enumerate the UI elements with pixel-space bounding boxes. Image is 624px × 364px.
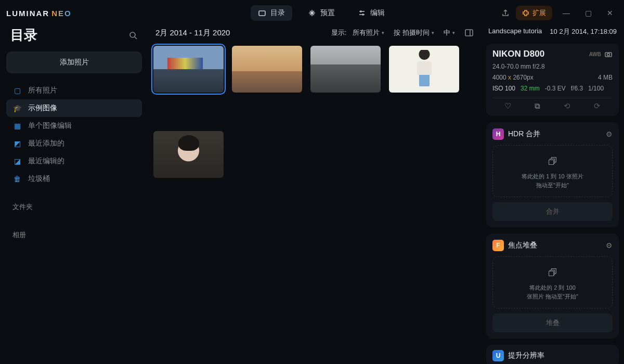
show-label: 显示: <box>331 28 347 37</box>
tab-catalog[interactable]: 目录 <box>251 5 292 21</box>
recent-edited-icon: ◪ <box>12 157 22 166</box>
images-icon: 🗇 <box>498 266 607 280</box>
add-photos-button[interactable]: 添加照片 <box>6 51 142 73</box>
sidebar-title: 目录 <box>10 26 37 44</box>
focus-stack-panel: F 焦点堆叠 ⚙ 🗇 将此处的 2 到 100 张照片 拖动至"开始" 堆叠 <box>486 233 619 339</box>
gear-icon[interactable]: ⚙ <box>606 130 613 138</box>
sidebar-item-single-edits[interactable]: ▦ 单个图像编辑 <box>6 117 142 135</box>
window-maximize[interactable]: ▢ <box>580 9 596 17</box>
info-panel-toggle-icon[interactable] <box>464 28 474 37</box>
window-minimize[interactable]: ― <box>558 9 574 17</box>
svg-point-4 <box>607 54 610 56</box>
sidebar-item-all-photos[interactable]: ▢ 所有照片 <box>6 82 142 99</box>
thumbnail[interactable] <box>153 131 224 178</box>
hdr-merge-panel: H HDR 合并 ⚙ 🗇 将此处的 1 到 10 张照片 拖动至"开始" 合并 <box>486 122 619 227</box>
sidebar-item-label: 所有照片 <box>28 86 57 95</box>
focus-stack-button[interactable]: 堆叠 <box>492 314 613 332</box>
sliders-icon <box>358 9 366 17</box>
copy-icon[interactable]: ⧉ <box>535 101 540 111</box>
info-datetime: 10 2月 2014, 17:18:09 <box>550 27 617 36</box>
white-balance: AWB <box>589 51 601 57</box>
rotate-left-icon[interactable]: ⟲ <box>564 101 570 111</box>
svg-point-1 <box>130 32 135 37</box>
sidebar-item-sample-images[interactable]: 🎓 示例图像 <box>6 99 142 117</box>
sort-dropdown[interactable]: 按 拍摄时间▾ <box>391 27 437 38</box>
sidebar-item-trash[interactable]: 🗑 垃圾桶 <box>6 170 142 188</box>
sidebar-item-recently-edited[interactable]: ◪ 最近编辑的 <box>6 152 142 170</box>
exposure-row: ISO 100 32 mm -0.3 EV f/6.3 1/100 <box>492 85 613 92</box>
thumbnail-grid <box>152 46 477 178</box>
ext-title: HDR 合并 <box>508 129 540 139</box>
folders-section-label[interactable]: 文件夹 <box>6 188 142 216</box>
file-size: 4 MB <box>598 74 613 81</box>
focus-badge-icon: F <box>492 240 504 251</box>
trash-icon: 🗑 <box>12 174 22 184</box>
svg-rect-0 <box>259 11 265 16</box>
puzzle-icon <box>522 9 529 17</box>
sidebar-item-label: 单个图像编辑 <box>28 121 72 131</box>
show-filter-dropdown[interactable]: 所有照片▾ <box>349 27 387 38</box>
thumbnail[interactable] <box>232 46 302 93</box>
window-close[interactable]: ✕ <box>602 9 618 17</box>
folder-icon <box>258 9 266 17</box>
sparkle-icon <box>308 9 316 17</box>
thumbnail-size-dropdown[interactable]: 中▾ <box>440 27 458 38</box>
info-filename: Landscape tutoria <box>488 27 542 36</box>
chevron-down-icon: ▾ <box>382 30 384 35</box>
camera-model: NIKON D800 <box>492 49 544 59</box>
sidebar-item-label: 最近添加的 <box>28 139 64 148</box>
tab-edit[interactable]: 编辑 <box>350 5 392 21</box>
chevron-down-icon: ▾ <box>452 30 455 35</box>
thumbnail[interactable] <box>153 46 224 93</box>
tab-presets[interactable]: 预置 <box>301 5 342 21</box>
focus-drop-zone[interactable]: 🗇 将此处的 2 到 100 张照片 拖动至"开始" <box>492 256 613 308</box>
images-icon: 🗇 <box>498 155 607 169</box>
search-icon[interactable] <box>128 31 138 40</box>
recent-added-icon: ◩ <box>12 139 22 148</box>
upscale-panel: U 提升分辨率 <box>486 345 619 364</box>
camera-icon <box>604 50 613 58</box>
favorite-icon[interactable]: ♡ <box>504 101 511 111</box>
sidebar-item-label: 垃圾桶 <box>28 174 50 184</box>
chevron-down-icon: ▾ <box>432 30 434 35</box>
app-logo: LUMINAR NEO <box>6 9 72 18</box>
sidebar-item-label: 最近编辑的 <box>28 157 64 166</box>
graduation-icon: 🎓 <box>12 103 22 113</box>
date-range: 2月 2014 - 11月 2020 <box>155 28 230 38</box>
ext-title: 焦点堆叠 <box>508 241 537 250</box>
hdr-badge-icon: H <box>492 128 504 140</box>
hdr-merge-button[interactable]: 合并 <box>492 202 613 221</box>
grid-icon: ▦ <box>12 121 22 131</box>
albums-section-label[interactable]: 相册 <box>6 216 142 244</box>
extensions-button[interactable]: 扩展 <box>516 6 552 20</box>
thumbnail[interactable] <box>389 46 459 93</box>
photos-icon: ▢ <box>12 86 22 95</box>
hdr-drop-zone[interactable]: 🗇 将此处的 1 到 10 张照片 拖动至"开始" <box>492 145 613 197</box>
ext-title: 提升分辨率 <box>508 351 544 360</box>
rotate-right-icon[interactable]: ⟳ <box>594 101 601 111</box>
lens-info: 24.0-70.0 mm f/2.8 <box>492 63 613 70</box>
svg-rect-2 <box>465 30 473 36</box>
gear-icon[interactable]: ⚙ <box>606 241 613 250</box>
share-icon[interactable] <box>501 9 510 17</box>
sidebar-item-recently-added[interactable]: ◩ 最近添加的 <box>6 135 142 152</box>
sidebar-item-label: 示例图像 <box>28 103 57 113</box>
upscale-badge-icon: U <box>492 350 504 361</box>
thumbnail[interactable] <box>310 46 381 93</box>
metadata-card: NIKON D800 AWB 24.0-70.0 mm f/2.8 4000 x… <box>486 44 619 116</box>
